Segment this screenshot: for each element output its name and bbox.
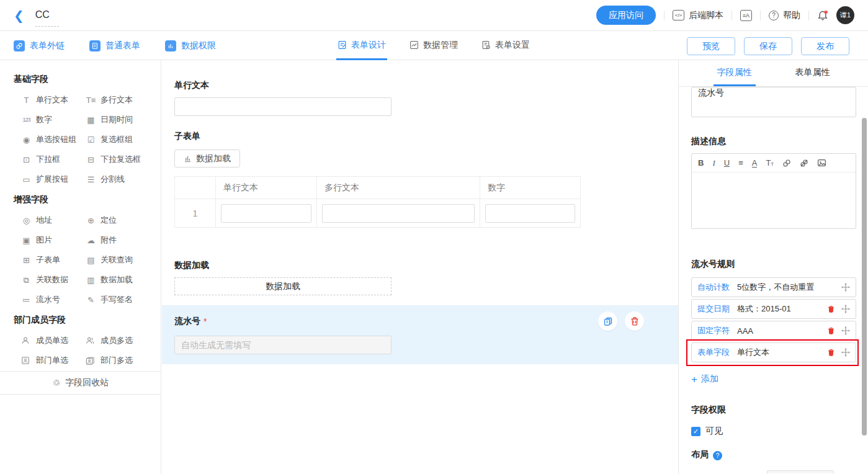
publish-button[interactable]: 发布	[801, 37, 849, 55]
single-line-text-input[interactable]	[174, 97, 391, 116]
drag-handle-icon[interactable]	[841, 305, 850, 313]
drag-handle-icon[interactable]	[841, 326, 850, 335]
form-external-link-button[interactable]: 表单外链	[14, 40, 65, 51]
field-multi-line-text[interactable]: T≡多行文本	[86, 90, 150, 110]
field-serial-number[interactable]: ≔流水号	[21, 290, 86, 310]
subform-cell-input[interactable]	[221, 204, 311, 223]
field-dept-single[interactable]: 部门单选	[21, 351, 86, 370]
dept-icon	[21, 356, 32, 365]
rule-fixed-chars[interactable]: 固定字符 AAA	[691, 321, 856, 341]
description-editor[interactable]: B I U ≡ A TT	[691, 153, 856, 229]
field-multi-select[interactable]: ⊟下拉复选框	[86, 150, 150, 169]
tab-form-design[interactable]: 表单设计	[336, 32, 387, 60]
link-icon[interactable]	[782, 159, 791, 168]
add-rule-button[interactable]: + 添加	[691, 373, 856, 385]
save-button[interactable]: 保存	[744, 37, 792, 55]
description-editor-body[interactable]	[692, 172, 856, 228]
canvas-field-single-line-text[interactable]: 单行文本	[162, 73, 678, 123]
cloud-icon: ☁	[86, 236, 96, 244]
field-divider[interactable]: ☰分割线	[86, 169, 150, 189]
app-title[interactable]: CC	[35, 9, 50, 22]
subform-cell-input[interactable]	[322, 204, 475, 223]
field-extend-button[interactable]: ▭扩展按钮	[21, 169, 86, 189]
field-linked-query[interactable]: ▤关联查询	[86, 250, 150, 270]
section-basic-fields: 基础字段	[14, 74, 161, 86]
field-number[interactable]: 123数字	[21, 110, 86, 130]
field-data-load[interactable]: ▥数据加载	[86, 270, 150, 290]
canvas-field-serial-selected[interactable]: 流水号 *	[162, 305, 678, 364]
field-member-single[interactable]: 成员单选	[21, 331, 86, 351]
field-linked-data[interactable]: ⧉关联数据	[21, 270, 86, 290]
subform-row: 1	[175, 199, 581, 228]
data-icon	[409, 40, 419, 50]
italic-icon[interactable]: I	[712, 159, 715, 167]
field-palette: 基础字段 T单行文本 T≡多行文本 123数字 ▦日期时间 ◉单选按钮组 ☑复选…	[0, 60, 161, 474]
tab-data-management[interactable]: 数据管理	[408, 32, 459, 60]
user-avatar[interactable]: 谭1	[836, 6, 854, 24]
data-permission-button[interactable]: 数据权限	[165, 40, 216, 51]
align-icon[interactable]: ≡	[738, 159, 743, 167]
back-icon[interactable]: ❮	[14, 9, 24, 22]
radio-icon: ◉	[21, 136, 32, 144]
panel-scrollbar[interactable]	[862, 118, 867, 436]
field-location[interactable]: ⊕定位	[86, 210, 150, 230]
field-recycle-bin[interactable]: ♲ 字段回收站	[0, 371, 161, 395]
help-button[interactable]: ? 帮助	[769, 10, 800, 21]
bar-chart-icon	[165, 40, 176, 51]
recycle-icon: ♲	[53, 378, 61, 388]
delete-field-button[interactable]	[625, 311, 644, 331]
drag-handle-icon[interactable]	[841, 348, 850, 357]
visible-checkbox[interactable]: ✓	[691, 427, 700, 436]
subform-table: 单行文本 多行文本 数字 1	[174, 176, 581, 228]
data-load-button[interactable]: 数据加载	[174, 277, 391, 295]
field-single-line-text[interactable]: T单行文本	[21, 90, 86, 110]
link-icon	[14, 40, 25, 51]
rule-submit-date[interactable]: 提交日期 格式：2015-01	[691, 299, 856, 319]
field-image[interactable]: ▣图片	[21, 230, 86, 250]
serial-number-input[interactable]	[174, 336, 391, 354]
field-member-multi[interactable]: 成员多选	[86, 331, 150, 351]
rule-auto-count[interactable]: 自动计数 5位数字，不自动重置	[691, 277, 856, 297]
field-checkbox-group[interactable]: ☑复选框组	[86, 130, 150, 150]
underline-icon[interactable]: U	[724, 159, 730, 167]
drag-handle-icon[interactable]	[841, 283, 850, 292]
notification-bell-icon[interactable]	[817, 10, 828, 21]
copy-field-button[interactable]	[598, 311, 617, 331]
layout-help-icon[interactable]: ?	[713, 451, 722, 460]
insert-image-icon[interactable]	[817, 158, 826, 168]
rule-form-field[interactable]: 表单字段 单行文本	[691, 342, 856, 362]
field-select[interactable]: ⊡下拉框	[21, 150, 86, 169]
font-color-icon[interactable]: A	[752, 159, 758, 168]
subform-data-load-button[interactable]: 数据加载	[174, 150, 240, 168]
plus-icon: +	[691, 374, 697, 385]
field-signature[interactable]: ✎手写签名	[86, 290, 150, 310]
subform-icon: ⊞	[21, 256, 32, 264]
normal-form-button[interactable]: 普通表单	[89, 40, 140, 51]
pin-icon: ◎	[21, 217, 32, 225]
canvas-field-data-load[interactable]: 数据加载 数据加载	[162, 253, 678, 303]
bold-icon[interactable]: B	[698, 159, 704, 167]
field-radio-group[interactable]: ◉单选按钮组	[21, 130, 86, 150]
tab-form-properties[interactable]: 表单属性	[792, 60, 834, 86]
delete-rule-icon[interactable]	[827, 349, 835, 357]
field-width-select[interactable]: 全部 ▼	[767, 470, 834, 473]
app-access-button[interactable]: 应用访问	[596, 6, 656, 25]
subform-cell-input[interactable]	[485, 204, 575, 223]
field-dept-multi[interactable]: 部门多选	[86, 351, 150, 370]
font-size-icon[interactable]: TT	[766, 159, 774, 167]
canvas-field-subform[interactable]: 子表单 数据加载 单行文本 多行文本 数字 1	[162, 123, 678, 253]
delete-rule-icon[interactable]	[827, 327, 835, 335]
field-attachment[interactable]: ☁附件	[86, 230, 150, 250]
subform-col-header: 数字	[480, 177, 581, 199]
delete-rule-icon[interactable]	[827, 305, 835, 313]
tab-field-properties[interactable]: 字段属性	[714, 60, 756, 86]
tab-form-settings[interactable]: 表单设置	[480, 32, 531, 60]
field-datetime[interactable]: ▦日期时间	[86, 110, 150, 130]
preview-button[interactable]: 预览	[687, 37, 735, 55]
backend-script-button[interactable]: </> 后端脚本	[673, 10, 723, 21]
field-title-input[interactable]: 流水号	[691, 87, 856, 117]
translate-icon[interactable]: ≡A	[740, 10, 752, 21]
unlink-icon[interactable]	[800, 159, 808, 168]
field-subform[interactable]: ⊞子表单	[21, 250, 86, 270]
field-address[interactable]: ◎地址	[21, 210, 86, 230]
